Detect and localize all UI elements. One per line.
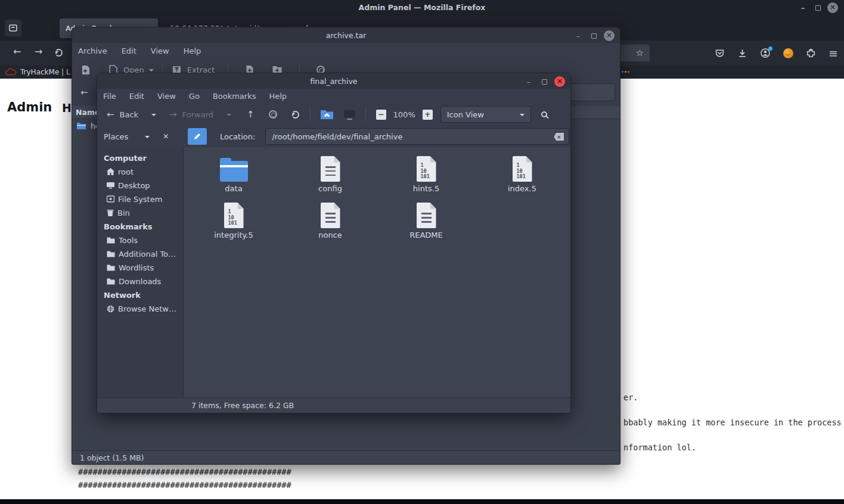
menu-help[interactable]: Help — [178, 46, 210, 55]
page-text-fragment: er. — [623, 393, 638, 402]
home-folder-icon[interactable] — [320, 109, 334, 120]
desktop-icon[interactable] — [343, 109, 356, 120]
file-integrity5[interactable]: 1 10 101 integrity.5 — [198, 200, 269, 239]
menu-go[interactable]: Go — [183, 92, 207, 101]
menu-hamburger-icon[interactable]: ≡ — [829, 48, 838, 59]
extensions-puzzle-icon[interactable] — [806, 48, 816, 58]
downloads-icon[interactable] — [737, 48, 747, 58]
page-text-fragment: bbably making it more insecure in the pr… — [623, 418, 842, 427]
back-button[interactable]: ← — [13, 46, 21, 57]
firefox-view-icon — [8, 23, 18, 33]
places-dropdown-icon[interactable] — [145, 136, 150, 141]
firefox-titlebar: Admin Panel — Mozilla Firefox – × — [0, 0, 844, 15]
reload-button[interactable] — [55, 48, 63, 59]
screen: Admin Panel — Mozilla Firefox – × Admin … — [0, 0, 844, 504]
sidebar-item-bin[interactable]: Bin — [97, 206, 183, 219]
firefox-window-title: Admin Panel — Mozilla Firefox — [359, 3, 486, 12]
zoom-out-button[interactable]: − — [376, 110, 386, 120]
places-close-icon[interactable]: ✕ — [163, 132, 169, 141]
menu-archive[interactable]: Archive — [72, 46, 116, 55]
edit-path-button[interactable] — [188, 128, 207, 145]
page-hash-line: ########################################… — [78, 467, 291, 477]
view-mode-dropdown[interactable]: Icon View — [440, 106, 531, 123]
pocket-icon[interactable] — [715, 48, 725, 58]
page-text-fragment: nformation lol. — [623, 443, 696, 452]
fm-maximize-button[interactable] — [542, 79, 547, 85]
file-index5[interactable]: 1 10 101 index.5 — [486, 153, 558, 193]
sidebar-item-desktop[interactable]: Desktop — [97, 179, 183, 192]
sidebar-item-root[interactable]: root — [97, 165, 183, 178]
file-nonce[interactable]: nonce — [294, 200, 366, 239]
sidebar-section-bookmarks: Bookmarks — [97, 220, 183, 233]
page-hash-line: ########################################… — [78, 480, 291, 490]
folder-icon — [107, 278, 115, 285]
fm-minimize-button[interactable]: – — [523, 76, 535, 88]
sidebar-item-file-system[interactable]: File System — [97, 192, 183, 206]
location-input[interactable]: /root/home/field/dev/final_archive × — [265, 128, 569, 145]
page-heading-fragment: H — [62, 101, 72, 114]
text-file-icon — [417, 203, 436, 228]
menu-view[interactable]: View — [151, 92, 183, 101]
pencil-icon — [193, 132, 201, 141]
new-archive-icon[interactable] — [80, 64, 91, 76]
fm-search-icon[interactable] — [541, 111, 547, 117]
fm-reload-icon[interactable] — [291, 111, 299, 119]
fm-pathbar: Places ✕ Location: /root/home/field/dev/… — [97, 126, 570, 147]
firefox-minimize-button[interactable]: – — [797, 2, 809, 14]
trash-icon — [107, 209, 114, 216]
fm-back-icon[interactable]: ← — [107, 109, 114, 120]
menu-edit[interactable]: Edit — [123, 92, 151, 101]
file-config[interactable]: config — [294, 153, 366, 193]
view-mode-caret-icon — [520, 114, 525, 119]
forward-history-dropdown-icon[interactable] — [226, 114, 231, 119]
fm-window-title: final_archive — [310, 77, 357, 86]
fm-icon-view: data config 1 10 101 hints.5 1 10 101 in… — [184, 147, 570, 397]
account-icon[interactable] — [760, 48, 771, 58]
sidebar-item-tools[interactable]: Tools — [97, 234, 183, 247]
bookmark-tryhackme[interactable]: TryHackMe | L — [20, 68, 70, 76]
file-data[interactable]: data — [198, 153, 269, 193]
sidebar-section-network: Network — [97, 288, 183, 301]
back-history-dropdown-icon[interactable] — [151, 114, 156, 119]
up-directory-icon[interactable]: ↑ — [247, 109, 255, 120]
sidebar-item-wordlists[interactable]: Wordlists — [97, 261, 183, 274]
account-notification-dot — [768, 46, 772, 51]
fm-forward-icon[interactable]: → — [169, 109, 177, 120]
file-hints5[interactable]: 1 10 101 hints.5 — [390, 153, 462, 193]
menu-edit[interactable]: Edit — [116, 46, 145, 55]
fm-close-button[interactable]: × — [554, 76, 565, 87]
file-manager-window: final_archive – × File Edit View Go Book… — [97, 73, 571, 413]
folder-icon — [107, 265, 115, 271]
menu-bookmarks[interactable]: Bookmarks — [207, 92, 263, 101]
fm-back-label[interactable]: Back — [120, 110, 139, 119]
bookmark-favicon-sliver — [622, 71, 629, 73]
menu-file[interactable]: File — [97, 92, 123, 101]
zoom-in-button[interactable]: + — [423, 110, 433, 120]
fm-forward-label[interactable]: Forward — [182, 110, 213, 119]
archive-maximize-button[interactable] — [591, 33, 597, 39]
bookmark-star-icon[interactable]: ☆ — [636, 48, 644, 58]
file-readme[interactable]: README — [390, 200, 462, 239]
addon-orange-icon[interactable] — [783, 48, 793, 58]
places-label: Places — [104, 132, 128, 141]
firefox-close-button[interactable]: × — [827, 2, 838, 13]
fm-menubar: File Edit View Go Bookmarks Help — [97, 89, 570, 103]
forward-button[interactable]: → — [35, 46, 42, 57]
archive-close-button[interactable]: × — [604, 30, 615, 41]
folder-icon — [220, 161, 248, 182]
places-header[interactable]: Places ✕ — [97, 132, 184, 141]
sidebar-item-browse-network[interactable]: Browse Netw… — [97, 302, 183, 315]
stop-icon[interactable] — [269, 110, 277, 119]
network-globe-icon — [107, 305, 114, 313]
menu-help[interactable]: Help — [263, 92, 294, 101]
menu-view[interactable]: View — [145, 46, 178, 55]
tryhackme-cloud-icon — [5, 68, 17, 77]
sidebar-item-downloads[interactable]: Downloads — [97, 275, 183, 288]
firefox-view-button[interactable] — [5, 20, 21, 36]
fm-status-text: 7 items, Free space: 6.2 GB — [191, 401, 294, 410]
archive-back-icon[interactable]: ← — [80, 87, 88, 98]
archive-minimize-button[interactable]: – — [572, 30, 584, 42]
clear-location-icon[interactable]: × — [554, 133, 564, 141]
firefox-maximize-button[interactable] — [815, 5, 821, 11]
sidebar-item-additional-tools[interactable]: Additional To… — [97, 247, 183, 260]
